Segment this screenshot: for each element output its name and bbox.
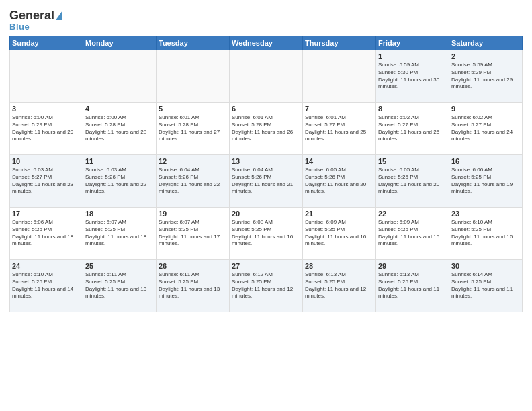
calendar-cell: 28Sunrise: 6:13 AM Sunset: 5:25 PM Dayli… <box>303 260 376 312</box>
day-info: Sunrise: 6:09 AM Sunset: 5:25 PM Dayligh… <box>305 219 373 248</box>
calendar-cell: 11Sunrise: 6:03 AM Sunset: 5:26 PM Dayli… <box>83 155 157 208</box>
day-info: Sunrise: 6:09 AM Sunset: 5:25 PM Dayligh… <box>378 219 447 248</box>
day-number: 16 <box>451 157 520 165</box>
calendar-cell: 29Sunrise: 6:13 AM Sunset: 5:25 PM Dayli… <box>376 260 449 312</box>
day-info: Sunrise: 6:03 AM Sunset: 5:27 PM Dayligh… <box>12 167 81 195</box>
day-number: 19 <box>159 210 227 218</box>
day-header-sunday: Sunday <box>10 36 83 50</box>
day-info: Sunrise: 6:07 AM Sunset: 5:25 PM Dayligh… <box>159 219 227 248</box>
day-number: 26 <box>159 262 227 270</box>
day-info: Sunrise: 6:01 AM Sunset: 5:27 PM Dayligh… <box>305 114 373 143</box>
calendar-header: SundayMondayTuesdayWednesdayThursdayFrid… <box>10 36 523 50</box>
day-info: Sunrise: 6:10 AM Sunset: 5:25 PM Dayligh… <box>12 271 81 300</box>
header: General Blue <box>9 7 523 32</box>
day-info: Sunrise: 6:03 AM Sunset: 5:26 PM Dayligh… <box>85 167 154 195</box>
day-info: Sunrise: 5:59 AM Sunset: 5:29 PM Dayligh… <box>451 62 520 91</box>
day-number: 13 <box>232 157 300 165</box>
day-header-monday: Monday <box>83 36 157 50</box>
calendar-cell <box>230 50 303 103</box>
logo-triangle-icon <box>56 11 62 20</box>
header-row: SundayMondayTuesdayWednesdayThursdayFrid… <box>10 36 523 50</box>
week-row-3: 10Sunrise: 6:03 AM Sunset: 5:27 PM Dayli… <box>10 155 523 208</box>
day-number: 3 <box>12 105 81 113</box>
calendar-cell <box>10 50 83 103</box>
day-number: 17 <box>12 210 81 218</box>
day-info: Sunrise: 6:12 AM Sunset: 5:25 PM Dayligh… <box>232 271 300 300</box>
calendar-cell: 20Sunrise: 6:08 AM Sunset: 5:25 PM Dayli… <box>230 208 303 260</box>
calendar-cell: 13Sunrise: 6:04 AM Sunset: 5:26 PM Dayli… <box>230 155 303 208</box>
calendar-cell <box>83 50 157 103</box>
day-number: 30 <box>451 262 520 270</box>
day-info: Sunrise: 6:00 AM Sunset: 5:29 PM Dayligh… <box>12 114 81 143</box>
day-info: Sunrise: 6:07 AM Sunset: 5:25 PM Dayligh… <box>85 219 154 248</box>
calendar-cell: 6Sunrise: 6:01 AM Sunset: 5:28 PM Daylig… <box>230 103 303 155</box>
calendar-table: SundayMondayTuesdayWednesdayThursdayFrid… <box>9 36 523 312</box>
day-info: Sunrise: 6:10 AM Sunset: 5:25 PM Dayligh… <box>451 219 520 248</box>
day-number: 9 <box>451 105 520 113</box>
day-number: 27 <box>232 262 300 270</box>
day-number: 18 <box>85 210 154 218</box>
calendar-cell: 1Sunrise: 5:59 AM Sunset: 5:30 PM Daylig… <box>376 50 449 103</box>
calendar-cell: 18Sunrise: 6:07 AM Sunset: 5:25 PM Dayli… <box>83 208 157 260</box>
day-number: 2 <box>451 52 520 60</box>
day-number: 14 <box>305 157 373 165</box>
week-row-1: 1Sunrise: 5:59 AM Sunset: 5:30 PM Daylig… <box>10 50 523 103</box>
calendar-cell: 2Sunrise: 5:59 AM Sunset: 5:29 PM Daylig… <box>449 50 523 103</box>
calendar-cell: 30Sunrise: 6:14 AM Sunset: 5:25 PM Dayli… <box>449 260 523 312</box>
calendar-cell: 22Sunrise: 6:09 AM Sunset: 5:25 PM Dayli… <box>376 208 449 260</box>
day-header-thursday: Thursday <box>303 36 376 50</box>
logo-blue: Blue <box>9 21 30 32</box>
day-number: 22 <box>378 210 447 218</box>
calendar-cell: 8Sunrise: 6:02 AM Sunset: 5:27 PM Daylig… <box>376 103 449 155</box>
day-header-wednesday: Wednesday <box>230 36 303 50</box>
day-info: Sunrise: 6:13 AM Sunset: 5:25 PM Dayligh… <box>305 271 373 300</box>
day-number: 21 <box>305 210 373 218</box>
calendar-cell: 27Sunrise: 6:12 AM Sunset: 5:25 PM Dayli… <box>230 260 303 312</box>
day-header-saturday: Saturday <box>449 36 523 50</box>
day-header-friday: Friday <box>376 36 449 50</box>
day-info: Sunrise: 6:06 AM Sunset: 5:25 PM Dayligh… <box>12 219 81 248</box>
calendar-body: 1Sunrise: 5:59 AM Sunset: 5:30 PM Daylig… <box>10 50 523 312</box>
calendar-cell: 16Sunrise: 6:06 AM Sunset: 5:25 PM Dayli… <box>449 155 523 208</box>
day-info: Sunrise: 6:11 AM Sunset: 5:25 PM Dayligh… <box>85 271 154 300</box>
calendar-cell: 25Sunrise: 6:11 AM Sunset: 5:25 PM Dayli… <box>83 260 157 312</box>
day-info: Sunrise: 6:01 AM Sunset: 5:28 PM Dayligh… <box>232 114 300 143</box>
day-number: 29 <box>378 262 447 270</box>
calendar-cell: 19Sunrise: 6:07 AM Sunset: 5:25 PM Dayli… <box>157 208 230 260</box>
day-info: Sunrise: 6:04 AM Sunset: 5:26 PM Dayligh… <box>159 167 227 195</box>
day-info: Sunrise: 6:06 AM Sunset: 5:25 PM Dayligh… <box>451 167 520 195</box>
calendar-cell: 12Sunrise: 6:04 AM Sunset: 5:26 PM Dayli… <box>157 155 230 208</box>
day-number: 28 <box>305 262 373 270</box>
day-info: Sunrise: 5:59 AM Sunset: 5:30 PM Dayligh… <box>378 62 447 91</box>
calendar-cell: 24Sunrise: 6:10 AM Sunset: 5:25 PM Dayli… <box>10 260 83 312</box>
calendar-cell <box>303 50 376 103</box>
day-number: 12 <box>159 157 227 165</box>
day-info: Sunrise: 6:01 AM Sunset: 5:28 PM Dayligh… <box>159 114 227 143</box>
day-info: Sunrise: 6:08 AM Sunset: 5:25 PM Dayligh… <box>232 219 300 248</box>
logo-general: General <box>9 9 54 21</box>
day-number: 15 <box>378 157 447 165</box>
calendar-cell <box>157 50 230 103</box>
calendar-cell: 14Sunrise: 6:05 AM Sunset: 5:26 PM Dayli… <box>303 155 376 208</box>
day-number: 23 <box>451 210 520 218</box>
day-number: 5 <box>159 105 227 113</box>
day-number: 7 <box>305 105 373 113</box>
week-row-4: 17Sunrise: 6:06 AM Sunset: 5:25 PM Dayli… <box>10 208 523 260</box>
day-info: Sunrise: 6:11 AM Sunset: 5:25 PM Dayligh… <box>159 271 227 300</box>
day-number: 1 <box>378 52 447 60</box>
day-info: Sunrise: 6:14 AM Sunset: 5:25 PM Dayligh… <box>451 271 520 300</box>
day-number: 20 <box>232 210 300 218</box>
week-row-2: 3Sunrise: 6:00 AM Sunset: 5:29 PM Daylig… <box>10 103 523 155</box>
calendar-cell: 21Sunrise: 6:09 AM Sunset: 5:25 PM Dayli… <box>303 208 376 260</box>
day-info: Sunrise: 6:02 AM Sunset: 5:27 PM Dayligh… <box>378 114 447 143</box>
calendar-cell: 26Sunrise: 6:11 AM Sunset: 5:25 PM Dayli… <box>157 260 230 312</box>
calendar-cell: 4Sunrise: 6:00 AM Sunset: 5:28 PM Daylig… <box>83 103 157 155</box>
calendar-cell: 9Sunrise: 6:02 AM Sunset: 5:27 PM Daylig… <box>449 103 523 155</box>
day-info: Sunrise: 6:13 AM Sunset: 5:25 PM Dayligh… <box>378 271 447 300</box>
day-number: 10 <box>12 157 81 165</box>
day-info: Sunrise: 6:04 AM Sunset: 5:26 PM Dayligh… <box>232 167 300 195</box>
logo: General Blue <box>9 9 62 32</box>
calendar-cell: 7Sunrise: 6:01 AM Sunset: 5:27 PM Daylig… <box>303 103 376 155</box>
day-header-tuesday: Tuesday <box>157 36 230 50</box>
day-number: 6 <box>232 105 300 113</box>
